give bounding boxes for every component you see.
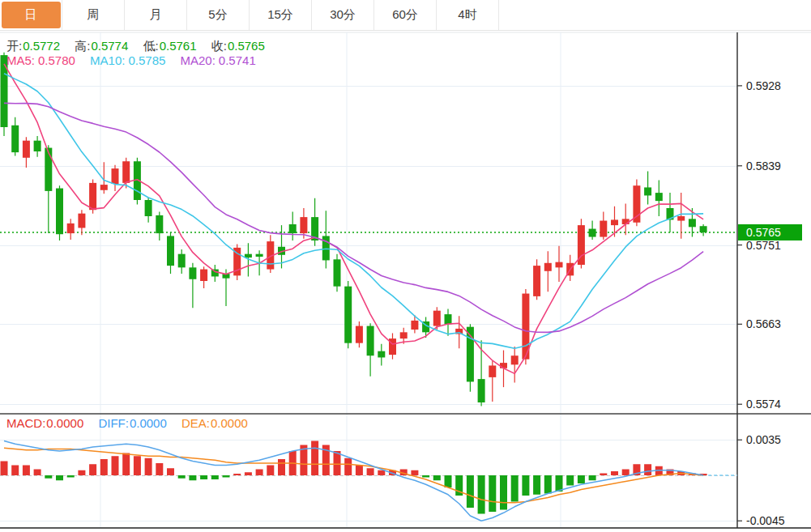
macd-bar-up — [311, 441, 318, 476]
candle-body-up — [433, 311, 441, 326]
low-value: 0.5761 — [160, 39, 197, 53]
macd-bar-up — [1, 462, 8, 476]
macd-bar-down — [578, 475, 585, 483]
macd-bar-down — [56, 475, 63, 480]
macd-bar-up — [167, 468, 174, 475]
open-label: 开: — [6, 39, 22, 53]
tab-5min[interactable]: 5分 — [187, 0, 250, 30]
candle-body-up — [300, 217, 307, 233]
ma20-label: MA20: — [181, 53, 216, 67]
macd-bar-up — [134, 456, 141, 475]
candle-body-down — [334, 259, 341, 286]
tab-month-label: 月 — [126, 2, 186, 28]
candle-body-down — [56, 189, 63, 235]
candle-body-up — [100, 185, 108, 190]
macd-legend: MACD:0.0000 DIFF:0.0000 DEA:0.0000 — [6, 416, 259, 430]
ma10-value: 0.5785 — [128, 53, 165, 67]
candle-body-up — [544, 263, 552, 271]
candle-body-up — [411, 321, 418, 330]
candle-body-down — [700, 226, 707, 232]
candle-body-up — [122, 161, 130, 183]
tab-week[interactable]: 周 — [62, 0, 125, 30]
tab-day[interactable]: 日 — [0, 0, 62, 30]
ma5-value: 0.5780 — [38, 53, 75, 67]
tab-4hour[interactable]: 4时 — [437, 0, 499, 30]
candle-body-down — [689, 219, 696, 227]
ma5-label: MA5: — [6, 53, 35, 67]
open-value: 0.5772 — [23, 39, 60, 53]
ma10-line — [4, 74, 703, 349]
diff-label: DIFF: — [98, 416, 129, 430]
price-tick-label: 0.5928 — [746, 79, 781, 92]
candle-body-down — [45, 148, 52, 191]
candle-body-down — [445, 314, 452, 324]
ma10-label: MA10: — [90, 53, 125, 67]
candle-body-up — [677, 216, 685, 221]
candle-body-up — [500, 363, 507, 368]
candle-body-up — [112, 168, 119, 184]
macd-bar-up — [233, 474, 241, 475]
candle-body-down — [178, 254, 186, 268]
candle-body-up — [511, 355, 519, 364]
price-tick-label: 0.5574 — [746, 398, 781, 411]
macd-bar-up — [89, 464, 96, 475]
macd-bar-up — [145, 458, 152, 475]
macd-bar-down — [511, 475, 519, 502]
candle-body-down — [167, 236, 174, 266]
macd-bar-up — [367, 468, 374, 475]
ma-legend: MA5:0.5780 MA10:0.5785 MA20:0.5741 — [6, 53, 267, 67]
candle-body-down — [189, 267, 196, 279]
macd-bar-down — [556, 475, 563, 492]
tab-4hour-label: 4时 — [438, 2, 497, 28]
close-label: 收: — [211, 39, 227, 53]
macd-bar-up — [344, 458, 352, 475]
macd-bar-down — [223, 475, 230, 478]
macd-bar-up — [112, 456, 119, 475]
tab-month[interactable]: 月 — [125, 0, 187, 30]
tab-30min[interactable]: 30分 — [312, 0, 374, 30]
macd-bar-up — [11, 466, 19, 476]
tab-15min-label: 15分 — [251, 2, 310, 28]
tab-30min-label: 30分 — [314, 2, 373, 28]
ma5-line — [4, 64, 703, 374]
candle-body-up — [556, 262, 563, 268]
candle-body-up — [622, 219, 630, 224]
low-label: 低: — [143, 39, 158, 53]
macd-bar-up — [622, 470, 630, 476]
candle-body-down — [34, 141, 41, 151]
macd-bar-down — [522, 475, 529, 496]
tab-15min[interactable]: 15分 — [250, 0, 312, 30]
macd-bar-up — [411, 470, 418, 475]
tab-60min[interactable]: 60分 — [374, 0, 437, 30]
candle-body-down — [344, 287, 352, 343]
candle-body-up — [67, 223, 75, 233]
price-tick-label: 0.5663 — [746, 317, 781, 330]
macd-bar-down — [433, 475, 441, 480]
macd-bar-down — [189, 475, 196, 480]
macd-tick-label: -0.0045 — [746, 514, 785, 527]
macd-bar-up — [34, 470, 41, 476]
macd-bar-down — [178, 475, 186, 479]
macd-bar-down — [45, 475, 52, 479]
candle-body-up — [200, 270, 207, 281]
macd-bar-up — [78, 470, 85, 475]
macd-bar-down — [478, 475, 485, 514]
macd-value: 0.0000 — [46, 416, 83, 430]
macd-bar-down — [467, 475, 474, 508]
macd-bar-down — [500, 475, 507, 510]
chart-canvas[interactable]: 0.59280.58390.57510.56630.55740.0035-0.0… — [0, 0, 811, 532]
macd-bar-down — [544, 475, 552, 494]
macd-bar-down — [566, 475, 574, 486]
candle-body-up — [611, 219, 618, 225]
macd-bar-up — [644, 464, 651, 475]
candle-body-up — [600, 221, 607, 237]
macd-bar-up — [334, 451, 341, 475]
macd-bar-up — [23, 466, 30, 476]
macd-bar-up — [256, 470, 263, 476]
macd-bar-up — [378, 470, 385, 475]
macd-bar-up — [156, 463, 163, 475]
macd-bar-up — [267, 466, 274, 476]
dea-label: DEA: — [181, 416, 210, 430]
macd-bar-up — [611, 471, 618, 475]
candle-body-down — [655, 193, 663, 201]
